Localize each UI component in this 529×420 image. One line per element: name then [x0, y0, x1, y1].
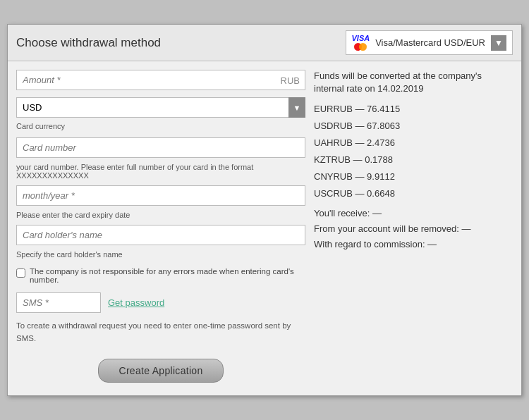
rate-item: EURRUB — 76.4115 [314, 101, 513, 117]
cardholder-input[interactable] [16, 225, 305, 245]
mastercard-icon [354, 43, 367, 51]
disclaimer-checkbox-row: The company is not responsible for any e… [16, 267, 305, 284]
youll-receive-row: You'll receive: — [314, 206, 513, 221]
card-number-hint: your card number. Please enter full numb… [16, 163, 305, 180]
rates-list: EURRUB — 76.4115USDRUB — 67.8063UAHRUB —… [314, 101, 513, 202]
disclaimer-checkbox[interactable] [16, 268, 25, 278]
rate-item: KZTRUB — 0.1788 [314, 152, 513, 168]
amount-field-wrapper: RUB [16, 70, 305, 90]
commission-row: With regard to commission: — [314, 237, 513, 252]
amount-currency-label: RUB [281, 75, 300, 85]
rate-item: CNYRUB — 9.9112 [314, 169, 513, 185]
create-btn-wrapper: Create Application [16, 359, 305, 383]
main-window: Choose withdrawal method VISA Visa/Maste… [7, 24, 522, 396]
payment-method-selector[interactable]: VISA Visa/Mastercard USD/EUR ▼ [346, 30, 513, 55]
card-number-input[interactable] [16, 137, 305, 158]
rate-item: USDRUB — 67.8063 [314, 118, 513, 134]
sms-hint: To create a withdrawal request you need … [16, 320, 305, 345]
removed-row: From your account will be removed: — [314, 221, 513, 237]
rate-item: UAHRUB — 2.4736 [314, 135, 513, 151]
get-password-button[interactable]: Get password [108, 297, 164, 308]
payment-method-label: Visa/Mastercard USD/EUR [375, 37, 485, 48]
expiry-hint: Please enter the card expiry date [16, 211, 305, 219]
visa-icon: VISA [352, 34, 370, 42]
currency-select-wrapper: USD EUR RUB ▼ [16, 97, 305, 118]
payment-method-dropdown-arrow[interactable]: ▼ [491, 35, 506, 51]
left-panel: RUB USD EUR RUB ▼ Card currency your car… [16, 70, 305, 387]
window-title: Choose withdrawal method [16, 36, 337, 50]
sms-input[interactable] [16, 292, 101, 313]
currency-label: Card currency [16, 122, 305, 130]
currency-select[interactable]: USD EUR RUB [16, 97, 305, 118]
rates-info-text: Funds will be converted at the company's… [314, 70, 513, 95]
disclaimer-label: The company is not responsible for any e… [30, 267, 305, 284]
visa-logo: VISA [352, 34, 370, 51]
cardholder-hint: Specify the card holder's name [16, 250, 305, 259]
sms-row: Get password [16, 292, 305, 313]
title-bar: Choose withdrawal method VISA Visa/Maste… [8, 25, 521, 61]
expiry-input[interactable] [16, 185, 305, 206]
rate-item: USCRUB — 0.6648 [314, 186, 513, 202]
create-application-button[interactable]: Create Application [98, 359, 223, 383]
right-panel: Funds will be converted at the company's… [314, 70, 513, 387]
content-area: RUB USD EUR RUB ▼ Card currency your car… [8, 61, 521, 395]
amount-input[interactable] [16, 70, 305, 90]
